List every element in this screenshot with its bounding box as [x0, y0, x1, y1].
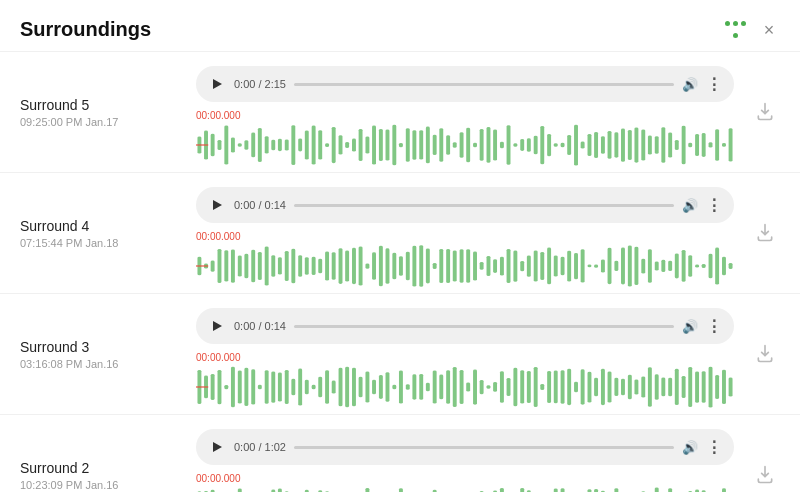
svg-rect-31	[406, 128, 410, 161]
download-button[interactable]	[750, 460, 780, 490]
svg-rect-216	[561, 370, 565, 404]
svg-rect-254	[271, 490, 275, 492]
svg-rect-206	[493, 382, 497, 392]
audio-player: 0:00 / 2:15 🔊 ⋮	[196, 66, 734, 102]
svg-rect-278	[433, 490, 437, 492]
svg-rect-18	[318, 130, 322, 159]
svg-rect-72	[682, 126, 686, 164]
svg-rect-40	[466, 128, 470, 163]
header-actions: ×	[724, 19, 780, 41]
svg-rect-207	[500, 371, 504, 403]
close-button[interactable]: ×	[758, 19, 780, 41]
svg-rect-57	[581, 141, 585, 148]
svg-rect-256	[285, 491, 289, 492]
svg-rect-233	[675, 369, 679, 405]
svg-rect-152	[675, 253, 679, 278]
svg-rect-178	[305, 380, 309, 394]
svg-rect-94	[285, 251, 289, 281]
waveform-container: 00:00.000	[196, 350, 734, 400]
svg-rect-177	[298, 369, 302, 406]
svg-rect-64	[628, 130, 632, 160]
play-button[interactable]	[208, 75, 226, 93]
download-button[interactable]	[750, 218, 780, 248]
svg-rect-2	[211, 134, 215, 157]
svg-rect-83	[211, 260, 215, 271]
svg-rect-235	[688, 367, 692, 407]
more-options-icon[interactable]: ⋮	[706, 75, 723, 94]
svg-rect-121	[466, 249, 470, 282]
waveform-container: 00:00.000	[196, 229, 734, 279]
svg-rect-109	[386, 248, 390, 283]
play-button[interactable]	[208, 317, 226, 335]
recording-item: Surround 5 09:25:00 PM Jan.17 0:00 / 2:1…	[0, 52, 800, 173]
svg-rect-138	[581, 249, 585, 282]
svg-rect-140	[594, 264, 598, 267]
svg-rect-150	[661, 260, 665, 272]
recording-item: Surround 2 10:23:09 PM Jan.16 0:00 / 1:0…	[0, 415, 800, 492]
svg-rect-67	[648, 135, 652, 154]
svg-rect-179	[312, 385, 316, 390]
svg-rect-123	[480, 262, 484, 270]
time-display: 0:00 / 0:14	[234, 199, 286, 211]
svg-rect-175	[285, 370, 289, 404]
svg-rect-139	[588, 265, 592, 268]
svg-rect-287	[493, 490, 497, 492]
svg-rect-202	[466, 383, 470, 392]
waveform-time: 00:00.000	[196, 110, 241, 121]
svg-rect-114	[419, 245, 423, 287]
volume-icon[interactable]: 🔊	[682, 198, 698, 213]
volume-icon[interactable]: 🔊	[682, 319, 698, 334]
progress-bar[interactable]	[294, 446, 674, 449]
svg-rect-85	[224, 250, 228, 281]
svg-rect-97	[305, 257, 309, 275]
svg-rect-100	[325, 252, 329, 281]
svg-rect-174	[278, 372, 282, 401]
svg-rect-160	[729, 263, 733, 269]
svg-rect-52	[547, 134, 551, 156]
volume-icon[interactable]: 🔊	[682, 77, 698, 92]
svg-rect-222	[601, 369, 605, 405]
svg-rect-47	[513, 143, 517, 147]
svg-rect-170	[251, 369, 255, 404]
download-button[interactable]	[750, 339, 780, 369]
svg-rect-321	[722, 488, 726, 492]
svg-rect-35	[433, 135, 437, 155]
progress-bar[interactable]	[294, 204, 674, 207]
audio-player: 0:00 / 0:14 🔊 ⋮	[196, 308, 734, 344]
svg-rect-96	[298, 255, 302, 277]
volume-icon[interactable]: 🔊	[682, 440, 698, 455]
progress-bar[interactable]	[294, 83, 674, 86]
svg-rect-117	[439, 249, 443, 283]
svg-rect-87	[238, 256, 242, 277]
svg-rect-116	[433, 263, 437, 269]
more-options-icon[interactable]: ⋮	[706, 196, 723, 215]
svg-rect-27	[379, 129, 383, 161]
svg-rect-135	[561, 257, 565, 276]
svg-rect-51	[540, 126, 544, 164]
progress-bar[interactable]	[294, 325, 674, 328]
svg-rect-50	[534, 136, 538, 154]
svg-rect-39	[460, 132, 464, 158]
svg-rect-311	[655, 488, 659, 492]
waveform-time: 00:00.000	[196, 473, 241, 484]
svg-rect-132	[540, 252, 544, 280]
grid-dots-icon[interactable]	[724, 19, 746, 41]
svg-rect-249	[238, 488, 242, 492]
more-options-icon[interactable]: ⋮	[706, 317, 723, 336]
waveform-svg	[196, 122, 734, 168]
svg-rect-201	[460, 370, 464, 404]
download-button[interactable]	[750, 97, 780, 127]
time-display: 0:00 / 0:14	[234, 320, 286, 332]
play-button[interactable]	[208, 196, 226, 214]
svg-rect-86	[231, 249, 235, 282]
recording-date: 10:23:09 PM Jan.16	[20, 479, 180, 491]
play-button[interactable]	[208, 438, 226, 456]
svg-rect-238	[709, 367, 713, 408]
svg-rect-221	[594, 378, 598, 397]
recording-date: 09:25:00 PM Jan.17	[20, 116, 180, 128]
svg-rect-317	[695, 490, 699, 492]
waveform-time: 00:00.000	[196, 352, 241, 363]
svg-rect-237	[702, 371, 706, 402]
more-options-icon[interactable]: ⋮	[706, 438, 723, 457]
svg-rect-166	[224, 385, 228, 389]
